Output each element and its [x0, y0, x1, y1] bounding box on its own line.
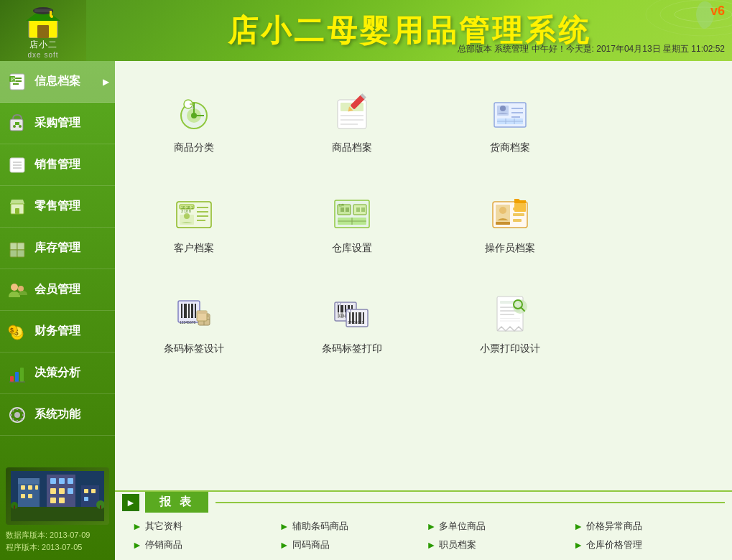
- icon-item-barcode-print[interactable]: 12345678 87654321 条码标签打印: [295, 284, 409, 363]
- sidebar-icon-sales: [6, 154, 29, 177]
- svg-rect-70: [84, 489, 88, 493]
- svg-rect-56: [28, 485, 32, 490]
- svg-line-49: [21, 410, 22, 411]
- svg-point-6: [50, 15, 53, 18]
- svg-line-50: [12, 419, 14, 420]
- report-link-arrow-icon: ►: [279, 521, 289, 532]
- report-link-multi-unit[interactable]: ► 多单位商品: [424, 518, 571, 534]
- sidebar-label-finance: 财务管理: [34, 324, 80, 339]
- report-link-label-staff-archive: 职员档案: [439, 538, 476, 551]
- svg-text:档: 档: [10, 77, 16, 82]
- icon-item-barcode-design[interactable]: 12345678 条码标签设计: [136, 284, 251, 363]
- icon-item-customer[interactable]: 10 18 1 3 18 8 客户档案: [136, 183, 251, 262]
- report-links: ► 其它资料 ► 辅助条码商品 ► 多单位商品 ► 价格异常商品 ► 停销商品 …: [122, 518, 725, 553]
- icon-item-product[interactable]: 商品档案: [295, 83, 409, 162]
- icon-img-category: [171, 90, 217, 136]
- sidebar: 档 信息档案 ▶ 采购管理 销售管理 零售管理 库存管理 会员管理 $$ 财务管…: [0, 61, 115, 560]
- svg-rect-135: [188, 304, 190, 318]
- sidebar-item-info[interactable]: 档 信息档案 ▶: [0, 61, 115, 103]
- report-link-discontinued[interactable]: ► 停销商品: [129, 537, 277, 553]
- icon-label-customer: 客户档案: [174, 242, 214, 255]
- sidebar-icon-finance: $$: [6, 320, 29, 343]
- header-info: 总部版本 系统管理 中午好！今天是: 2017年04月13日 星期五 11:02…: [458, 43, 725, 55]
- report-section: ► 报 表 ► 其它资料 ► 辅助条码商品 ► 多单位商品 ► 价格异常商品 ►…: [115, 490, 732, 560]
- svg-rect-38: [15, 372, 19, 382]
- sidebar-item-finance[interactable]: $$ 财务管理: [0, 311, 115, 353]
- sidebar-icon-analysis: [6, 362, 29, 385]
- icon-item-receipt[interactable]: 小票打印设计: [453, 284, 567, 363]
- icon-item-operator[interactable]: 操作员档案: [453, 183, 567, 262]
- svg-text:3 18 8: 3 18 8: [181, 209, 191, 213]
- svg-rect-130: [513, 219, 522, 222]
- svg-rect-136: [191, 304, 193, 318]
- sidebar-item-analysis[interactable]: 决策分析: [0, 353, 115, 394]
- svg-rect-54: [18, 478, 40, 484]
- svg-rect-63: [68, 478, 73, 484]
- svg-rect-58: [21, 494, 25, 498]
- svg-rect-74: [14, 505, 15, 509]
- svg-rect-2: [37, 25, 49, 38]
- sidebar-item-retail[interactable]: 零售管理: [0, 186, 115, 228]
- logo-brand-bottom: dxe soft: [27, 51, 58, 59]
- sidebar-item-inventory[interactable]: 库存管理: [0, 228, 115, 269]
- icon-label-barcode-design: 条码标签设计: [164, 342, 224, 355]
- svg-rect-68: [59, 498, 65, 503]
- report-link-arrow-icon: ►: [132, 539, 142, 551]
- svg-text:12345678: 12345678: [180, 320, 195, 325]
- svg-point-30: [11, 284, 18, 291]
- icon-img-customer: 10 18 1 3 18 8: [171, 190, 217, 236]
- icon-grid: 商品分类 商品档案 货商档案 10 18 1 3 18 8: [136, 83, 567, 363]
- report-link-label-warehouse-price: 仓库价格管理: [586, 538, 642, 551]
- svg-point-17: [13, 125, 16, 128]
- report-link-warehouse-price[interactable]: ► 仓库价格管理: [570, 537, 718, 553]
- svg-rect-167: [500, 318, 520, 319]
- report-link-staff-archive[interactable]: ► 职员档案: [424, 537, 571, 553]
- sidebar-item-purchase[interactable]: 采购管理: [0, 103, 115, 144]
- svg-point-108: [184, 213, 190, 219]
- svg-point-42: [14, 412, 20, 418]
- svg-rect-39: [20, 368, 24, 382]
- icon-item-category[interactable]: 商品分类: [136, 83, 251, 162]
- report-link-same-code[interactable]: ► 同码商品: [277, 537, 424, 553]
- svg-rect-120: [361, 207, 365, 212]
- sidebar-version2: 程序版本: 2013-07-05: [6, 541, 109, 554]
- svg-rect-76: [100, 505, 101, 509]
- svg-rect-29: [17, 250, 24, 257]
- report-link-barcode-goods[interactable]: ► 辅助条码商品: [277, 518, 424, 534]
- sidebar-icon-purchase: [6, 112, 29, 135]
- icon-img-barcode-design: 12345678: [171, 291, 217, 337]
- sidebar-label-purchase: 采购管理: [34, 116, 80, 131]
- sidebar-label-member: 会员管理: [34, 282, 80, 297]
- svg-rect-65: [59, 488, 65, 494]
- report-link-label-same-code: 同码商品: [292, 538, 330, 551]
- sidebar-bottom: 数据库版本: 2013-07-09 程序版本: 2013-07-05: [0, 462, 115, 560]
- sidebar-item-system[interactable]: 系统功能: [0, 394, 115, 436]
- report-link-price-abnormal[interactable]: ► 价格异常商品: [570, 518, 718, 534]
- sidebar-arrow-icon: ▶: [103, 77, 109, 87]
- svg-text:仓库: 仓库: [338, 203, 344, 207]
- svg-point-18: [19, 125, 22, 128]
- content-main: 商品分类 商品档案 货商档案 10 18 1 3 18 8: [115, 61, 732, 490]
- icon-label-vendor: 货商档案: [490, 141, 530, 154]
- icon-img-vendor: [487, 90, 533, 136]
- report-link-label-multi-unit: 多单位商品: [439, 520, 486, 533]
- svg-rect-127: [496, 222, 510, 225]
- sidebar-label-inventory: 库存管理: [34, 241, 80, 256]
- icon-item-vendor[interactable]: 货商档案: [453, 83, 567, 162]
- sidebar-label-sales: 销售管理: [34, 157, 80, 172]
- sidebar-label-info: 信息档案: [34, 74, 80, 89]
- svg-point-161: [348, 309, 351, 312]
- svg-text:87654321: 87654321: [348, 320, 363, 325]
- report-link-other-data[interactable]: ► 其它资料: [129, 518, 277, 534]
- sidebar-item-member[interactable]: 会员管理: [0, 269, 115, 311]
- sidebar-item-sales[interactable]: 销售管理: [0, 144, 115, 186]
- svg-rect-62: [59, 478, 65, 484]
- sidebar-label-system: 系统功能: [34, 407, 80, 422]
- svg-rect-133: [181, 304, 182, 318]
- sidebar-icon-info: 档: [6, 70, 29, 93]
- report-link-arrow-icon: ►: [573, 521, 583, 532]
- icon-item-warehouse[interactable]: 仓库 仓库设置: [295, 183, 409, 262]
- report-link-arrow-icon: ►: [279, 539, 289, 551]
- svg-point-126: [499, 207, 506, 214]
- sidebar-icon-member: [6, 279, 29, 302]
